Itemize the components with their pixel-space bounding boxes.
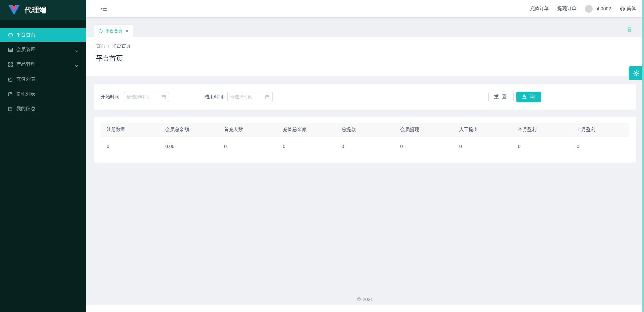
table-cell: 0 [394,137,453,156]
brand-logo[interactable]: 代理端 [0,0,86,20]
table-header-cell: 注册数量 [101,123,159,137]
sidebar-item-4[interactable]: 提现列表 [0,87,86,101]
avatar [585,5,593,13]
breadcrumb-home[interactable]: 首页 [96,43,105,49]
table-cell: 0 [453,137,512,156]
table-icon [8,47,13,52]
refresh-icon[interactable] [98,29,103,33]
table-row: 00.000000000 [101,137,629,156]
end-time-label: 结束时间: [204,94,224,100]
stats-table-card: 注册数量会员总余额首充人数充值总金额总提款会员提现人工提出本月盈利上月盈利 00… [94,117,636,163]
lock-open-icon[interactable] [626,26,633,34]
table-header-cell: 本月盈利 [512,123,571,137]
gear-icon [633,70,640,77]
reset-button[interactable]: 重 置 [488,92,514,102]
top-link-withdraw-orders[interactable]: 提现订单 [557,6,576,12]
sidebar: 代理端 平台首页会员管理产品管理充值列表提现列表我的信息 [0,0,86,312]
breadcrumb-separator: / [108,43,109,49]
menu-fold-icon[interactable] [100,5,107,12]
sidebar-item-label: 提现列表 [16,91,35,97]
user-menu[interactable]: ah0002 [585,5,611,13]
appstore-icon [8,62,13,67]
table-header-cell: 会员总余额 [159,123,218,137]
page-title: 平台首页 [96,54,644,63]
dashboard-icon [8,33,13,38]
table-cell: 0.00 [159,137,218,156]
vue-logo-icon [8,5,20,15]
calendar-icon [265,95,270,99]
table-cell: 0 [277,137,335,156]
sidebar-item-label: 我的信息 [16,106,35,112]
settings-button[interactable] [629,66,644,80]
main-area: 充值订单 提现订单 ah0002 简体 [86,0,644,312]
sidebar-item-label: 会员管理 [16,47,35,53]
filter-card: 开始时间: 请选择时间 结束时间: 请选择时间 [94,84,636,110]
globe-icon [620,6,625,11]
top-link-recharge-orders[interactable]: 充值订单 [530,6,549,12]
stats-table: 注册数量会员总余额首充人数充值总金额总提款会员提现人工提出本月盈利上月盈利 00… [101,123,629,156]
tabbar: 平台首页 ✕ [86,17,644,37]
sidebar-item-0[interactable]: 平台首页 [0,28,86,42]
breadcrumb-current: 平台首页 [112,43,131,49]
copyright-year: 2021 [363,297,373,302]
breadcrumb: 首页 / 平台首页 [96,43,644,49]
table-header-cell: 人工提出 [453,123,512,137]
start-time-label: 开始时间: [101,94,121,100]
table-header-cell: 充值总金额 [277,123,335,137]
sidebar-item-5[interactable]: 我的信息 [0,102,86,116]
start-time-placeholder: 请选择时间 [127,94,161,100]
table-cell: 0 [101,137,159,156]
edit-icon [8,92,13,97]
edit-icon [8,106,13,112]
scrollbar[interactable] [642,0,644,312]
sidebar-menu: 平台首页会员管理产品管理充值列表提现列表我的信息 [0,20,86,117]
query-button[interactable]: 查 询 [516,92,541,102]
table-cell: 0 [218,137,277,156]
start-time-input[interactable]: 请选择时间 [124,92,169,102]
brand-title: 代理端 [24,5,47,15]
table-header-cell: 总提款 [335,123,394,137]
table-header-cell: 上月盈利 [571,123,629,137]
table-cell: 0 [512,137,571,156]
table-body: 00.000000000 [101,137,629,156]
username: ah0002 [595,6,611,11]
table-cell: 0 [571,137,629,156]
calendar-icon [161,95,166,99]
tab-platform-home[interactable]: 平台首页 ✕ [94,25,133,37]
table-cell: 0 [335,137,394,156]
page-head: 首页 / 平台首页 平台首页 [86,37,644,76]
copyright-icon: © [357,296,361,302]
sidebar-item-label: 产品管理 [16,61,35,68]
table-header-row: 注册数量会员总余额首充人数充值总金额总提款会员提现人工提出本月盈利上月盈利 [101,123,629,137]
language-switcher[interactable]: 简体 [620,6,636,12]
sidebar-item-3[interactable]: 充值列表 [0,73,86,86]
table-header-cell: 首充人数 [218,123,277,137]
sidebar-item-label: 充值列表 [16,76,35,82]
sidebar-item-label: 平台首页 [16,32,35,38]
sidebar-item-1[interactable]: 会员管理 [0,43,86,56]
tab-close-icon[interactable]: ✕ [125,29,129,33]
sidebar-item-2[interactable]: 产品管理 [0,58,86,71]
end-time-placeholder: 请选择时间 [230,94,265,100]
topbar: 充值订单 提现订单 ah0002 简体 [86,0,644,17]
edit-icon [8,77,13,82]
footer: ©2021 [86,296,644,302]
language-label: 简体 [627,6,636,12]
tab-label: 平台首页 [105,28,123,34]
content: 开始时间: 请选择时间 结束时间: 请选择时间 [86,76,644,305]
table-header-cell: 会员提现 [394,123,453,137]
end-time-input[interactable]: 请选择时间 [227,92,273,102]
bottom-strip [86,305,644,312]
